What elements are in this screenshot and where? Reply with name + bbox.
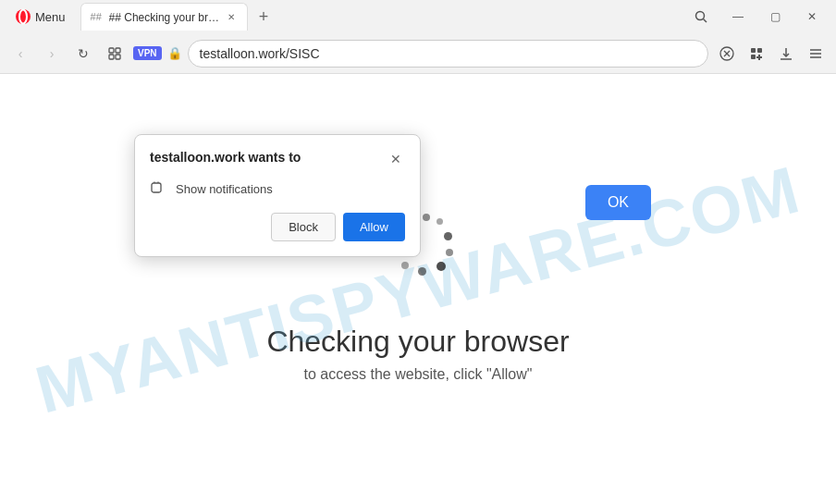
svg-point-0 [16,9,31,24]
hamburger-icon [808,46,823,61]
opera-logo-icon [15,8,31,25]
clear-button[interactable] [714,41,740,67]
address-bar: ‹ › ↻ VPN 🔒 testalloon.work/SISC [0,33,836,74]
close-button[interactable]: ✕ [795,0,829,33]
block-button[interactable]: Block [271,213,336,241]
tab-grid-icon [108,47,121,60]
search-icon [695,10,707,23]
back-button[interactable]: ‹ [7,41,33,67]
page-sub-text: to access the website, click "Allow" [303,366,532,383]
toolbar-icons [714,41,829,67]
tab-bar: ## ## Checking your br… ✕ + [80,3,677,31]
ok-button[interactable]: OK [585,185,651,220]
svg-rect-13 [751,55,756,59]
new-tab-button[interactable]: + [252,5,276,29]
search-window-button[interactable] [684,0,718,33]
page-content: MYANTISPYWARE.COM OK Checking your brows… [0,74,836,504]
tab-close-button[interactable]: ✕ [225,11,238,24]
svg-rect-11 [751,48,756,53]
svg-rect-6 [109,55,114,59]
tab-favicon: ## [91,11,104,24]
opera-menu-button[interactable]: Menu [7,5,73,29]
svg-line-3 [704,19,707,23]
notification-permission-icon [150,179,168,198]
bell-icon [151,180,167,197]
tab-label: ## Checking your br… [109,11,219,24]
browser-menu-button[interactable] [803,41,829,67]
svg-rect-5 [116,48,120,53]
svg-rect-12 [757,48,762,53]
download-icon [779,46,793,61]
url-text: testalloon.work/SISC [200,46,320,61]
permission-label: Show notifications [176,182,273,196]
minimize-button[interactable]: — [721,0,755,33]
allow-button[interactable]: Allow [343,213,405,241]
window-controls: — ▢ ✕ [684,0,829,33]
reload-button[interactable]: ↻ [70,41,96,67]
dialog-close-button[interactable]: ✕ [387,150,405,168]
svg-rect-19 [152,183,161,192]
extensions-button[interactable] [744,41,769,67]
svg-rect-7 [116,55,120,59]
notification-dialog: testalloon.work wants to ✕ Show notifica… [134,134,421,257]
lock-icon: 🔒 [167,46,182,60]
extensions-icon [749,46,764,61]
tab-overview-button[interactable] [102,41,128,67]
title-bar: Menu ## ## Checking your br… ✕ + — ▢ ✕ [0,0,836,33]
download-button[interactable] [773,41,799,67]
active-tab[interactable]: ## ## Checking your br… ✕ [80,3,248,31]
maximize-button[interactable]: ▢ [758,0,792,33]
browser-frame: Menu ## ## Checking your br… ✕ + — ▢ ✕ ‹ [0,0,836,504]
svg-point-2 [696,12,705,20]
menu-label: Menu [35,10,66,24]
svg-rect-4 [109,48,114,53]
url-bar[interactable]: testalloon.work/SISC [188,40,708,68]
dialog-header: testalloon.work wants to ✕ [150,150,405,168]
dialog-title: testalloon.work wants to [150,150,301,165]
dialog-buttons: Block Allow [150,213,405,241]
dialog-permission: Show notifications [150,179,405,198]
clear-icon [719,46,734,61]
page-main-text: Checking your browser [266,325,569,359]
vpn-badge[interactable]: VPN [133,46,162,60]
forward-button[interactable]: › [39,41,65,67]
